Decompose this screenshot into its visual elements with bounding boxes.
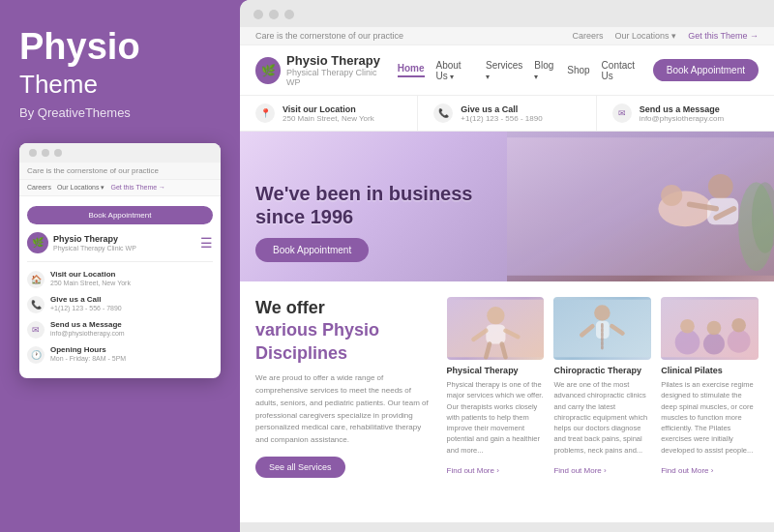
card-img-pilates <box>661 297 759 360</box>
card-title-1: Chiropractic Therapy <box>553 366 651 375</box>
mini-hours-text: Opening Hours Mon - Friday: 8AM - 5PM <box>50 345 126 362</box>
mini-nav-theme[interactable]: Get this Theme → <box>110 184 165 192</box>
svg-point-24 <box>703 334 725 355</box>
site-logo: 🌿 Physio Therapy Physical Therapy Clinic… <box>255 53 386 87</box>
mini-email-label: Send us a Message <box>50 320 125 330</box>
info-email-icon: ✉ <box>612 103 632 123</box>
chrome-dot-2 <box>269 10 279 19</box>
mini-phone-sub: +1(12) 123 - 556 - 7890 <box>50 305 122 311</box>
mini-nav-careers[interactable]: Careers <box>27 184 51 192</box>
card-text-0: Physical therapy is one of the major ser… <box>447 379 545 456</box>
svg-point-2 <box>661 185 682 206</box>
dot-1 <box>29 149 37 157</box>
nav-about[interactable]: About Us <box>436 60 474 81</box>
card-chiropractic: Chiropractic Therapy We are one of the m… <box>553 297 651 478</box>
mini-location-sub: 250 Main Street, New York <box>50 280 131 286</box>
mini-content: Book Appointment 🌿 Physio Therapy Physic… <box>19 196 221 378</box>
hero-book-button[interactable]: Book Appointment <box>255 238 369 262</box>
card-img-physical <box>447 297 545 360</box>
chrome-dot-3 <box>284 10 294 19</box>
mini-hours-sub: Mon - Friday: 8AM - 5PM <box>50 355 126 362</box>
mini-location-text: Visit our Location 250 Main Street, New … <box>50 270 131 286</box>
dot-3 <box>54 149 62 157</box>
see-services-button[interactable]: See all Services <box>255 457 345 478</box>
mini-info-hours: 🕐 Opening Hours Mon - Friday: 8AM - 5PM <box>27 345 213 364</box>
mini-info-location: 🏠 Visit our Location 250 Main Street, Ne… <box>27 270 213 288</box>
offer-left: We offer various Physio Disciplines We a… <box>255 297 447 478</box>
offer-title: We offer various Physio Disciplines <box>255 297 432 365</box>
mini-nav: Careers Our Locations ▾ Get this Theme → <box>19 180 221 196</box>
mini-logo-sub: Physical Therapy Clinic WP <box>53 245 136 251</box>
card-link-1[interactable]: Find out More <box>553 466 606 475</box>
topbar-locations[interactable]: Our Locations ▾ <box>615 31 677 41</box>
right-panel: Care is the cornerstone of our practice … <box>240 0 774 532</box>
svg-rect-11 <box>486 324 505 343</box>
site-logo-name: Physio Therapy <box>286 53 386 68</box>
info-email-text: Send us a Message info@physiotherapy.com <box>640 104 725 123</box>
svg-point-17 <box>595 305 610 320</box>
mini-phone-text: Give us a Call +1(12) 123 - 556 - 7890 <box>50 295 122 311</box>
email-icon: ✉ <box>27 321 45 339</box>
card-link-2[interactable]: Find out More <box>661 466 713 475</box>
location-icon: 🏠 <box>27 271 45 288</box>
mini-topbar: Care is the cornerstone of our practice <box>19 163 221 180</box>
chrome-dot-1 <box>253 10 263 19</box>
nav-shop[interactable]: Shop <box>567 65 589 75</box>
hamburger-icon[interactable]: ☰ <box>200 235 213 251</box>
mini-nav-links: Careers Our Locations ▾ Get this Theme → <box>27 184 165 192</box>
card-text-1: We are one of the most advanced chiropra… <box>553 379 651 456</box>
info-phone-icon: 📞 <box>433 103 453 123</box>
svg-point-10 <box>487 307 504 324</box>
site-logo-icon: 🌿 <box>255 57 281 84</box>
svg-point-23 <box>675 330 700 355</box>
svg-point-3 <box>708 174 733 199</box>
topbar-theme[interactable]: Get this Theme → <box>688 31 759 41</box>
info-location: 📍 Visit our Location 250 Main Street, Ne… <box>240 96 418 131</box>
site-hero: We've been in business since 1996 Book A… <box>240 132 774 281</box>
phone-icon: 📞 <box>27 296 45 313</box>
title-bold: Physio <box>19 26 140 67</box>
offer-line3: Disciplines <box>255 342 432 365</box>
mini-logo-name: Physio Therapy <box>53 234 136 245</box>
mini-location-label: Visit our Location <box>50 270 131 280</box>
site-info-bar: 📍 Visit our Location 250 Main Street, Ne… <box>240 96 774 132</box>
mini-logo-row: 🌿 Physio Therapy Physical Therapy Clinic… <box>27 232 213 262</box>
site-logo-sub: Physical Therapy Clinic WP <box>286 68 386 87</box>
nav-contact[interactable]: Contact Us <box>602 60 641 81</box>
site-navbar: 🌿 Physio Therapy Physical Therapy Clinic… <box>240 45 774 96</box>
mini-book-button[interactable]: Book Appointment <box>27 206 213 224</box>
nav-blog[interactable]: Blog <box>534 60 555 81</box>
mini-nav-locations[interactable]: Our Locations ▾ <box>57 184 105 192</box>
mini-hours-label: Opening Hours <box>50 345 126 355</box>
nav-services[interactable]: Services <box>486 60 522 81</box>
mini-phone-label: Give us a Call <box>50 295 122 305</box>
topbar-careers[interactable]: Careers <box>573 31 604 41</box>
site-topbar-text: Care is the cornerstone of our practice <box>255 31 403 41</box>
nav-home[interactable]: Home <box>398 63 425 77</box>
site-book-button[interactable]: Book Appointment <box>653 59 759 81</box>
left-panel: Physio Theme By QreativeThemes Care is t… <box>0 0 240 532</box>
hero-line2: since 1996 <box>255 205 472 228</box>
hero-line1: We've been in business <box>255 182 472 205</box>
offer-line1: We offer <box>255 297 432 319</box>
info-email-val: info@physiotherapy.com <box>640 114 725 123</box>
browser-chrome <box>240 0 774 27</box>
mini-logo-text-group: Physio Therapy Physical Therapy Clinic W… <box>53 234 136 251</box>
card-link-0[interactable]: Find out More <box>447 466 499 475</box>
mini-info-email: ✉ Send us a Message info@physiotherapy.c… <box>27 320 213 339</box>
mini-browser: Care is the cornerstone of our practice … <box>19 143 221 378</box>
mini-browser-header <box>19 143 221 163</box>
info-location-label: Visit our Location <box>283 104 374 114</box>
card-text-2: Pilates is an exercise regime designed t… <box>661 379 759 456</box>
site-topbar: Care is the cornerstone of our practice … <box>240 27 774 45</box>
info-location-icon: 📍 <box>255 103 275 123</box>
card-title-0: Physical Therapy <box>447 366 545 375</box>
site-logo-text-group: Physio Therapy Physical Therapy Clinic W… <box>286 53 386 87</box>
svg-point-27 <box>707 321 722 336</box>
hero-image <box>507 132 774 281</box>
mini-logo: 🌿 Physio Therapy Physical Therapy Clinic… <box>27 232 136 253</box>
service-cards: Physical Therapy Physical therapy is one… <box>447 297 759 478</box>
logo-title: Physio Theme By QreativeThemes <box>19 27 221 120</box>
mini-info-phone: 📞 Give us a Call +1(12) 123 - 556 - 7890 <box>27 295 213 313</box>
mini-email-text: Send us a Message info@physiotherapy.com <box>50 320 125 337</box>
